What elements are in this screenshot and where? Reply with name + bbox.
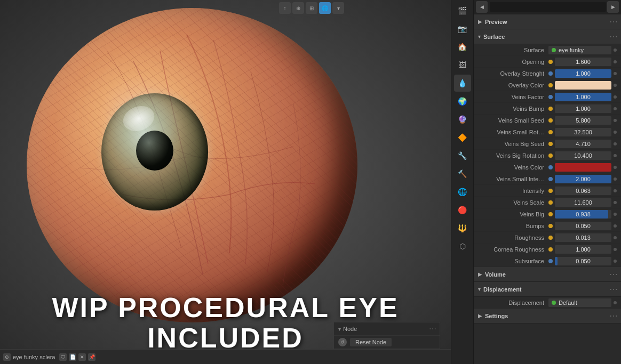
prop-value-bar-17[interactable]: 0.050 (555, 257, 611, 265)
prop-row: Veins Big 0.938 (474, 208, 621, 220)
right-panel: 🎬 📷 🏠 🖼 💧 🌍 🔮 🔶 🔧 🔨 🌐 🔴 🔱 ⬡ ◀ ▶ ▶ Previe… (451, 0, 621, 364)
prop-value-bar-16[interactable]: 1.000 (555, 245, 611, 254)
prop-value-bar-9[interactable] (555, 163, 611, 172)
prop-value-bar-12[interactable]: 11.600 (555, 198, 611, 207)
prop-value-bar-14[interactable]: 0.050 (555, 222, 611, 230)
prop-value-bar-15[interactable]: 0.013 (555, 233, 611, 242)
tool-modifier[interactable]: 🔶 (454, 129, 471, 146)
displacement-value-field[interactable]: Default (548, 298, 611, 307)
tool-constraints[interactable]: 🌐 (454, 183, 471, 200)
viewport-btn-2[interactable]: ⊕ (292, 2, 304, 14)
prop-row: Veins Color (474, 161, 621, 173)
prop-value-fill-8 (555, 151, 572, 160)
section-volume[interactable]: ▶ Volume ⋯ (474, 267, 621, 282)
prop-value-text-11: 0.063 (576, 188, 591, 194)
prop-value-bar-3[interactable]: 1.000 (555, 93, 611, 101)
prop-row: Veins Bump 1.000 (474, 103, 621, 115)
tool-material[interactable]: 💧 (454, 75, 471, 92)
displacement-title: Displacement (483, 286, 609, 293)
tool-vg[interactable]: 🔱 (454, 220, 471, 237)
tool-object[interactable]: 🔮 (454, 111, 471, 128)
prop-value-bar-2[interactable] (555, 81, 611, 90)
eye-container (27, 8, 389, 322)
tool-camera[interactable]: 🎬 (454, 2, 471, 19)
prop-dot-5 (548, 118, 553, 123)
viewport-btn-3[interactable]: ⊞ (306, 2, 317, 14)
viewport-canvas: WIP PROCEDURAL EYE INCLUDED (0, 0, 451, 364)
prop-row: Veins Factor 1.000 (474, 91, 621, 103)
panel-header-icon-2[interactable]: ▶ (607, 1, 619, 13)
tool-data[interactable]: 🔴 (454, 201, 471, 219)
prop-dot-3 (548, 95, 553, 99)
prop-value-bar-5[interactable]: 5.800 (555, 116, 611, 125)
viewport-btn-4[interactable]: 🌐 (319, 2, 331, 14)
prop-end-dot-11 (614, 189, 617, 192)
prop-dot-7 (548, 142, 553, 146)
prop-end-dot-17 (614, 260, 617, 263)
prop-value-text-17: 0.050 (576, 258, 591, 264)
section-surface[interactable]: ▾ Surface ⋯ (474, 29, 621, 44)
prop-value-bar-8[interactable]: 10.400 (555, 151, 611, 160)
preview-dots: ⋯ (609, 17, 617, 27)
prop-value-text-16: 1.000 (576, 246, 591, 253)
panel-header-icon-1[interactable]: ◀ (476, 1, 488, 13)
viewport-btn-5[interactable]: ▾ (332, 2, 344, 14)
prop-end-dot-3 (614, 95, 617, 99)
prop-value-bar-10[interactable]: 2.000 (555, 175, 611, 183)
preview-arrow: ▶ (478, 19, 482, 25)
prop-row: Intensify 0.063 (474, 185, 621, 197)
tool-render[interactable]: 📷 (454, 20, 471, 37)
viewport-btn-1[interactable]: ↑ (279, 2, 291, 14)
node-refresh-icon[interactable]: ↺ (338, 338, 347, 346)
tool-view[interactable]: 🖼 (454, 56, 471, 74)
prop-end-dot-4 (614, 107, 617, 110)
shield-icon[interactable]: 🛡 (59, 353, 67, 361)
tool-output[interactable]: 🏠 (454, 38, 471, 55)
eye-sphere (27, 8, 357, 322)
prop-value-text-5: 5.800 (576, 117, 591, 124)
pin-icon[interactable]: 📌 (88, 353, 95, 361)
prop-dot-9 (548, 165, 553, 169)
tool-scene[interactable]: ⬡ (454, 238, 471, 255)
prop-value-bar-6[interactable]: 32.500 (555, 128, 611, 136)
prop-value-bar-11[interactable]: 0.063 (555, 187, 611, 195)
prop-value-bar-4[interactable]: 1.000 (555, 104, 611, 113)
prop-label-8: Veins Big Rotation (474, 152, 548, 159)
section-displacement[interactable]: ▾ Displacement ⋯ (474, 282, 621, 297)
preview-title: Preview (485, 19, 609, 25)
viewport-controls: ↑ ⊕ ⊞ 🌐 ▾ (279, 2, 344, 14)
prop-value-text-4: 1.000 (576, 106, 591, 112)
prop-value-text-8: 10.400 (574, 152, 592, 159)
prop-value-bar-1[interactable]: 1.000 (555, 69, 611, 78)
prop-value-text-13: 0.938 (576, 211, 591, 217)
section-preview[interactable]: ▶ Preview ⋯ (474, 14, 621, 29)
file-icon[interactable]: 📄 (69, 353, 76, 361)
close-icon[interactable]: ✕ (78, 353, 86, 361)
prop-dot-4 (548, 107, 553, 111)
tool-particles[interactable]: 🔧 (454, 147, 471, 164)
prop-dot-8 (548, 153, 553, 158)
mode-icon[interactable]: ⊙ (3, 353, 11, 361)
prop-value-bar-0[interactable]: 1.600 (555, 58, 611, 66)
prop-dot-14 (548, 224, 553, 228)
tool-physics[interactable]: 🔨 (454, 165, 471, 182)
prop-label-2: Overlay Color (474, 82, 548, 88)
reset-node-button[interactable]: Reset Node (350, 338, 392, 346)
prop-label-4: Veins Bump (474, 106, 548, 112)
tool-world[interactable]: 🌍 (454, 93, 471, 110)
surface-value-field[interactable]: eye funky (548, 46, 611, 54)
prop-value-bar-13[interactable]: 0.938 (555, 210, 611, 219)
prop-value-fill-9 (555, 163, 611, 172)
surface-dots: ⋯ (609, 31, 617, 42)
panel-search-bar[interactable] (490, 2, 606, 12)
prop-value-fill-15 (555, 233, 556, 242)
prop-label-1: Overlay Strenght (474, 70, 548, 77)
prop-end-dot-0 (614, 60, 617, 63)
prop-dot-10 (548, 177, 553, 181)
volume-arrow: ▶ (478, 271, 482, 277)
section-settings[interactable]: ▶ Settings ⋯ (474, 309, 621, 323)
mode-selector[interactable]: ⊙ (3, 353, 11, 361)
prop-value-bar-7[interactable]: 4.710 (555, 140, 611, 148)
prop-row: Subsurface 0.050 (474, 255, 621, 267)
prop-dot-2 (548, 83, 553, 87)
